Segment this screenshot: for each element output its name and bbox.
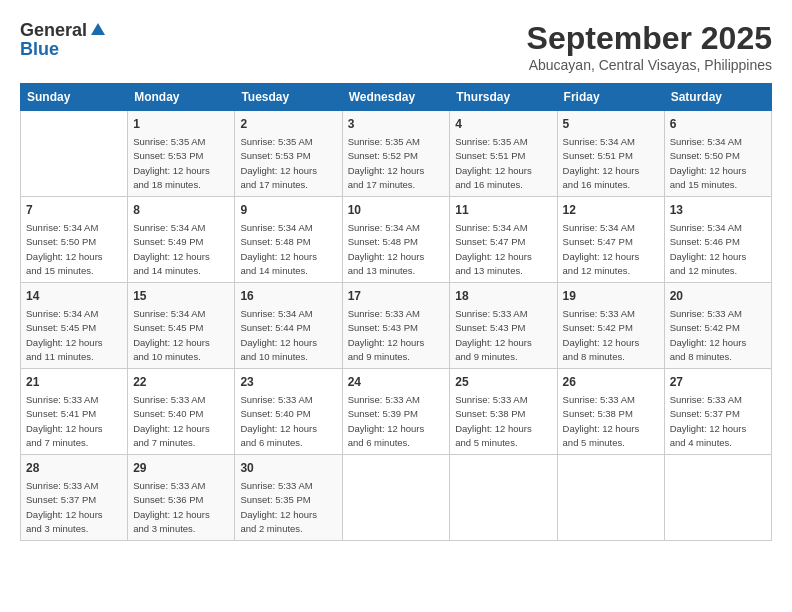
calendar-cell: 4Sunrise: 5:35 AM Sunset: 5:51 PM Daylig… <box>450 111 557 197</box>
day-info: Sunrise: 5:33 AM Sunset: 5:39 PM Dayligh… <box>348 393 445 450</box>
day-number: 21 <box>26 373 122 391</box>
day-number: 5 <box>563 115 659 133</box>
month-title: September 2025 <box>527 20 772 57</box>
day-number: 6 <box>670 115 766 133</box>
logo: General Blue <box>20 20 107 60</box>
day-info: Sunrise: 5:33 AM Sunset: 5:38 PM Dayligh… <box>455 393 551 450</box>
day-info: Sunrise: 5:33 AM Sunset: 5:35 PM Dayligh… <box>240 479 336 536</box>
calendar-cell: 10Sunrise: 5:34 AM Sunset: 5:48 PM Dayli… <box>342 197 450 283</box>
day-info: Sunrise: 5:34 AM Sunset: 5:47 PM Dayligh… <box>455 221 551 278</box>
day-number: 1 <box>133 115 229 133</box>
day-number: 3 <box>348 115 445 133</box>
calendar-week-row: 14Sunrise: 5:34 AM Sunset: 5:45 PM Dayli… <box>21 283 772 369</box>
header-cell-monday: Monday <box>128 84 235 111</box>
header-cell-tuesday: Tuesday <box>235 84 342 111</box>
day-info: Sunrise: 5:34 AM Sunset: 5:48 PM Dayligh… <box>348 221 445 278</box>
calendar-cell: 21Sunrise: 5:33 AM Sunset: 5:41 PM Dayli… <box>21 369 128 455</box>
calendar-cell: 1Sunrise: 5:35 AM Sunset: 5:53 PM Daylig… <box>128 111 235 197</box>
calendar-cell: 8Sunrise: 5:34 AM Sunset: 5:49 PM Daylig… <box>128 197 235 283</box>
calendar-cell: 29Sunrise: 5:33 AM Sunset: 5:36 PM Dayli… <box>128 455 235 541</box>
logo-general-text: General <box>20 20 87 41</box>
day-number: 4 <box>455 115 551 133</box>
day-number: 23 <box>240 373 336 391</box>
calendar-cell <box>450 455 557 541</box>
day-number: 2 <box>240 115 336 133</box>
calendar-cell: 18Sunrise: 5:33 AM Sunset: 5:43 PM Dayli… <box>450 283 557 369</box>
day-number: 13 <box>670 201 766 219</box>
header-cell-thursday: Thursday <box>450 84 557 111</box>
calendar-cell: 30Sunrise: 5:33 AM Sunset: 5:35 PM Dayli… <box>235 455 342 541</box>
day-info: Sunrise: 5:34 AM Sunset: 5:45 PM Dayligh… <box>133 307 229 364</box>
calendar-table: SundayMondayTuesdayWednesdayThursdayFrid… <box>20 83 772 541</box>
day-info: Sunrise: 5:33 AM Sunset: 5:43 PM Dayligh… <box>348 307 445 364</box>
header-cell-wednesday: Wednesday <box>342 84 450 111</box>
day-info: Sunrise: 5:34 AM Sunset: 5:47 PM Dayligh… <box>563 221 659 278</box>
calendar-cell: 6Sunrise: 5:34 AM Sunset: 5:50 PM Daylig… <box>664 111 771 197</box>
calendar-body: 1Sunrise: 5:35 AM Sunset: 5:53 PM Daylig… <box>21 111 772 541</box>
day-info: Sunrise: 5:34 AM Sunset: 5:45 PM Dayligh… <box>26 307 122 364</box>
day-info: Sunrise: 5:33 AM Sunset: 5:36 PM Dayligh… <box>133 479 229 536</box>
calendar-cell: 5Sunrise: 5:34 AM Sunset: 5:51 PM Daylig… <box>557 111 664 197</box>
day-number: 10 <box>348 201 445 219</box>
day-info: Sunrise: 5:35 AM Sunset: 5:51 PM Dayligh… <box>455 135 551 192</box>
calendar-cell: 15Sunrise: 5:34 AM Sunset: 5:45 PM Dayli… <box>128 283 235 369</box>
logo-blue-text: Blue <box>20 39 59 60</box>
day-info: Sunrise: 5:34 AM Sunset: 5:51 PM Dayligh… <box>563 135 659 192</box>
header-cell-saturday: Saturday <box>664 84 771 111</box>
day-number: 22 <box>133 373 229 391</box>
day-number: 7 <box>26 201 122 219</box>
day-info: Sunrise: 5:34 AM Sunset: 5:44 PM Dayligh… <box>240 307 336 364</box>
calendar-cell: 27Sunrise: 5:33 AM Sunset: 5:37 PM Dayli… <box>664 369 771 455</box>
day-info: Sunrise: 5:35 AM Sunset: 5:53 PM Dayligh… <box>240 135 336 192</box>
calendar-cell: 11Sunrise: 5:34 AM Sunset: 5:47 PM Dayli… <box>450 197 557 283</box>
day-info: Sunrise: 5:33 AM Sunset: 5:43 PM Dayligh… <box>455 307 551 364</box>
logo-icon <box>89 21 107 39</box>
calendar-cell: 19Sunrise: 5:33 AM Sunset: 5:42 PM Dayli… <box>557 283 664 369</box>
calendar-cell: 13Sunrise: 5:34 AM Sunset: 5:46 PM Dayli… <box>664 197 771 283</box>
day-number: 15 <box>133 287 229 305</box>
day-info: Sunrise: 5:34 AM Sunset: 5:50 PM Dayligh… <box>670 135 766 192</box>
calendar-cell <box>342 455 450 541</box>
day-number: 16 <box>240 287 336 305</box>
calendar-cell: 17Sunrise: 5:33 AM Sunset: 5:43 PM Dayli… <box>342 283 450 369</box>
day-info: Sunrise: 5:33 AM Sunset: 5:40 PM Dayligh… <box>133 393 229 450</box>
calendar-cell: 12Sunrise: 5:34 AM Sunset: 5:47 PM Dayli… <box>557 197 664 283</box>
day-info: Sunrise: 5:34 AM Sunset: 5:46 PM Dayligh… <box>670 221 766 278</box>
calendar-cell: 25Sunrise: 5:33 AM Sunset: 5:38 PM Dayli… <box>450 369 557 455</box>
calendar-cell: 14Sunrise: 5:34 AM Sunset: 5:45 PM Dayli… <box>21 283 128 369</box>
calendar-week-row: 7Sunrise: 5:34 AM Sunset: 5:50 PM Daylig… <box>21 197 772 283</box>
calendar-cell: 7Sunrise: 5:34 AM Sunset: 5:50 PM Daylig… <box>21 197 128 283</box>
calendar-cell: 16Sunrise: 5:34 AM Sunset: 5:44 PM Dayli… <box>235 283 342 369</box>
day-number: 24 <box>348 373 445 391</box>
day-info: Sunrise: 5:33 AM Sunset: 5:38 PM Dayligh… <box>563 393 659 450</box>
calendar-cell <box>557 455 664 541</box>
title-section: September 2025 Abucayan, Central Visayas… <box>527 20 772 73</box>
day-info: Sunrise: 5:33 AM Sunset: 5:40 PM Dayligh… <box>240 393 336 450</box>
calendar-week-row: 21Sunrise: 5:33 AM Sunset: 5:41 PM Dayli… <box>21 369 772 455</box>
calendar-week-row: 1Sunrise: 5:35 AM Sunset: 5:53 PM Daylig… <box>21 111 772 197</box>
calendar-cell: 20Sunrise: 5:33 AM Sunset: 5:42 PM Dayli… <box>664 283 771 369</box>
location-title: Abucayan, Central Visayas, Philippines <box>527 57 772 73</box>
day-number: 26 <box>563 373 659 391</box>
day-number: 29 <box>133 459 229 477</box>
day-info: Sunrise: 5:33 AM Sunset: 5:37 PM Dayligh… <box>26 479 122 536</box>
calendar-cell <box>21 111 128 197</box>
day-info: Sunrise: 5:35 AM Sunset: 5:53 PM Dayligh… <box>133 135 229 192</box>
day-info: Sunrise: 5:34 AM Sunset: 5:50 PM Dayligh… <box>26 221 122 278</box>
svg-marker-0 <box>91 23 105 35</box>
calendar-cell: 22Sunrise: 5:33 AM Sunset: 5:40 PM Dayli… <box>128 369 235 455</box>
day-info: Sunrise: 5:33 AM Sunset: 5:42 PM Dayligh… <box>563 307 659 364</box>
day-info: Sunrise: 5:34 AM Sunset: 5:48 PM Dayligh… <box>240 221 336 278</box>
day-number: 9 <box>240 201 336 219</box>
day-number: 17 <box>348 287 445 305</box>
calendar-week-row: 28Sunrise: 5:33 AM Sunset: 5:37 PM Dayli… <box>21 455 772 541</box>
page-header: General Blue September 2025 Abucayan, Ce… <box>20 20 772 73</box>
header-cell-friday: Friday <box>557 84 664 111</box>
day-number: 12 <box>563 201 659 219</box>
calendar-cell: 23Sunrise: 5:33 AM Sunset: 5:40 PM Dayli… <box>235 369 342 455</box>
calendar-cell: 28Sunrise: 5:33 AM Sunset: 5:37 PM Dayli… <box>21 455 128 541</box>
day-number: 25 <box>455 373 551 391</box>
day-number: 30 <box>240 459 336 477</box>
day-number: 14 <box>26 287 122 305</box>
calendar-cell: 9Sunrise: 5:34 AM Sunset: 5:48 PM Daylig… <box>235 197 342 283</box>
